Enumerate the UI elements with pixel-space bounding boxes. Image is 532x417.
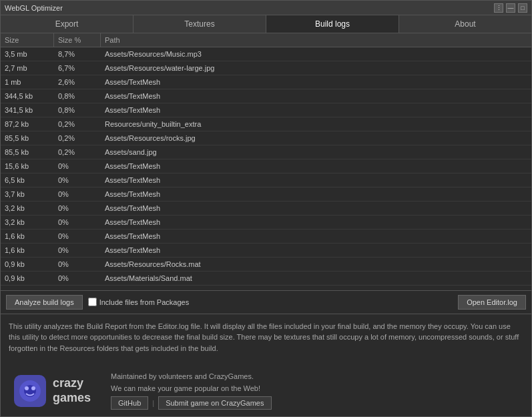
analyze-button[interactable]: Analyze build logs — [6, 295, 83, 310]
cell-path: Assets/TextMesh — [101, 244, 531, 257]
cell-size-pct: 0,8% — [54, 89, 101, 103]
table-row: 1 mb 2,6% Assets/TextMesh — [1, 75, 531, 89]
table-body[interactable]: 3,5 mb 8,7% Assets/Resources/Music.mp3 2… — [1, 47, 531, 290]
footer-buttons: GitHub | Submit game on CrazyGames — [111, 396, 271, 410]
table-row: 341,5 kb 0,8% Assets/TextMesh — [1, 103, 531, 117]
crazygames-logo-text: crazy games — [53, 376, 91, 405]
cell-path: Assets/TextMesh — [101, 103, 531, 117]
cell-size-pct: 0% — [54, 272, 101, 285]
cell-path: Assets/Resources/Rocks.mat — [101, 258, 531, 271]
cell-path: Assets/TextMesh — [101, 187, 531, 201]
table-row: 1,6 kb 0% Assets/TextMesh — [1, 244, 531, 258]
cell-path: Assets/sand.jpg — [101, 145, 531, 159]
cell-size-pct: 0% — [54, 159, 101, 173]
cell-size: 85,5 kb — [1, 145, 54, 159]
cell-size: 85,5 kb — [1, 131, 54, 145]
cell-path: Assets/Materials/Sand.mat — [101, 272, 531, 285]
window-controls: ⋮ — □ — [494, 3, 527, 13]
cell-path: Assets/TextMesh — [101, 159, 531, 173]
cell-size: 344,5 kb — [1, 89, 54, 103]
svg-point-3 — [31, 386, 35, 390]
cell-path: Assets/Resources/Music.mp3 — [101, 47, 531, 61]
footer-separator: | — [152, 399, 154, 407]
more-options-btn[interactable]: ⋮ — [494, 3, 503, 13]
include-packages-checkbox[interactable] — [88, 298, 97, 306]
cell-path: Assets/TextMesh — [101, 201, 531, 215]
minimize-btn[interactable]: — — [506, 3, 515, 13]
cell-size-pct: 0% — [54, 173, 101, 187]
file-table: Size Size % Path 3,5 mb 8,7% Assets/Reso… — [1, 33, 531, 290]
table-row: 15,6 kb 0% Assets/TextMesh — [1, 159, 531, 173]
cell-size: 3,7 kb — [1, 187, 54, 201]
crazygames-logo-icon — [14, 375, 46, 407]
cell-path: Assets/TextMesh — [101, 75, 531, 89]
table-row: 87,2 kb 0,2% Resources/unity_builtin_ext… — [1, 117, 531, 131]
cell-size-pct: 0% — [54, 201, 101, 215]
cell-size-pct: 0,2% — [54, 145, 101, 159]
cell-size: 3,2 kb — [1, 216, 54, 229]
cell-size: 3,2 kb — [1, 201, 54, 215]
include-packages-text: Include files from Packages — [99, 298, 190, 306]
github-button[interactable]: GitHub — [111, 396, 148, 410]
title-bar: WebGL Optimizer ⋮ — □ — [1, 1, 531, 15]
tab-about[interactable]: About — [399, 15, 531, 33]
logo-svg — [18, 379, 42, 403]
logo-line2: games — [53, 391, 91, 406]
table-row: 3,5 mb 8,7% Assets/Resources/Music.mp3 — [1, 47, 531, 61]
cell-size: 1,6 kb — [1, 230, 54, 243]
cell-size: 2,7 mb — [1, 61, 54, 75]
cell-size-pct: 0,2% — [54, 117, 101, 131]
cell-path: Resources/unity_builtin_extra — [101, 117, 531, 131]
table-row: 3,2 kb 0% Assets/TextMesh — [1, 216, 531, 230]
table-row: 85,5 kb 0,2% Assets/Resources/rocks.jpg — [1, 131, 531, 145]
cell-size: 341,5 kb — [1, 103, 54, 117]
table-row: 3,2 kb 0% Assets/TextMesh — [1, 201, 531, 216]
cell-path: Assets/TextMesh — [101, 173, 531, 187]
cell-path: Assets/TextMesh — [101, 230, 531, 243]
table-row: 6,5 kb 0% Assets/TextMesh — [1, 173, 531, 187]
table-row: 0,9 kb 0% Assets/Resources/Rocks.mat — [1, 258, 531, 272]
cell-size: 15,6 kb — [1, 159, 54, 173]
header-size: Size — [1, 33, 54, 47]
maximize-btn[interactable]: □ — [518, 3, 527, 13]
cell-path: Assets/TextMesh — [101, 89, 531, 103]
submit-game-button[interactable]: Submit game on CrazyGames — [158, 396, 271, 410]
tab-textures[interactable]: Textures — [134, 15, 266, 33]
header-size-pct: Size % — [54, 33, 101, 47]
tagline-text: We can make your game popular on the Web… — [111, 384, 271, 392]
tab-export[interactable]: Export — [1, 15, 134, 33]
cell-size: 0,9 kb — [1, 258, 54, 271]
logo-area: crazy games — [14, 375, 91, 407]
logo-line1: crazy — [53, 376, 91, 391]
cell-path: Assets/TextMesh — [101, 216, 531, 229]
cell-size-pct: 0% — [54, 230, 101, 243]
description-text: This utility analyzes the Build Report f… — [1, 314, 531, 361]
open-editor-button[interactable]: Open Editor.log — [458, 295, 526, 310]
cell-size-pct: 8,7% — [54, 47, 101, 61]
footer: crazy games Maintained by volunteers and… — [1, 366, 531, 416]
table-row: 85,5 kb 0,2% Assets/sand.jpg — [1, 145, 531, 159]
cell-size-pct: 0% — [54, 216, 101, 229]
main-window: WebGL Optimizer ⋮ — □ Export Textures Bu… — [0, 0, 532, 417]
cell-size: 1,6 kb — [1, 244, 54, 257]
include-packages-label[interactable]: Include files from Packages — [88, 298, 190, 306]
table-row: 344,5 kb 0,8% Assets/TextMesh — [1, 89, 531, 103]
table-row: 0,9 kb 0% Assets/Materials/Sand.mat — [1, 272, 531, 286]
cell-size-pct: 0% — [54, 244, 101, 257]
cell-size-pct: 2,6% — [54, 75, 101, 89]
table-row: 2,7 mb 6,7% Assets/Resources/water-large… — [1, 61, 531, 75]
table-row: 3,7 kb 0% Assets/TextMesh — [1, 187, 531, 201]
header-path: Path — [101, 33, 531, 47]
cell-size: 6,5 kb — [1, 173, 54, 187]
tab-buildlogs[interactable]: Build logs — [266, 15, 399, 33]
cell-size-pct: 0,2% — [54, 131, 101, 145]
cell-size-pct: 0% — [54, 258, 101, 271]
cell-size: 87,2 kb — [1, 117, 54, 131]
tab-bar: Export Textures Build logs About — [1, 15, 531, 33]
action-toolbar: Analyze build logs Include files from Pa… — [1, 290, 531, 314]
cell-size-pct: 6,7% — [54, 61, 101, 75]
svg-point-2 — [25, 386, 29, 390]
cell-size: 0,9 kb — [1, 272, 54, 285]
cell-path: Assets/Resources/rocks.jpg — [101, 131, 531, 145]
maintained-text: Maintained by volunteers and CrazyGames. — [111, 372, 271, 380]
